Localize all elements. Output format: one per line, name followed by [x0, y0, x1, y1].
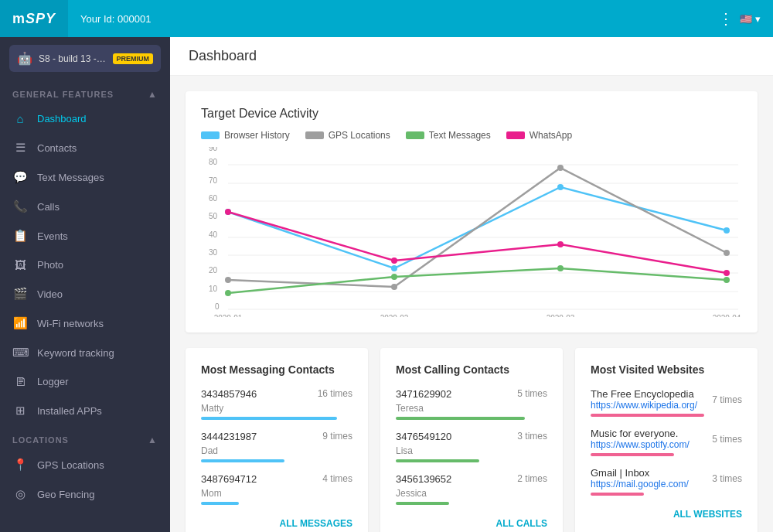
contact-bar-3 [201, 502, 239, 505]
sidebar-item-contacts[interactable]: ☰ Contacts [0, 133, 170, 162]
website-url-3[interactable]: https://mail.google.com/ [591, 479, 689, 489]
main-layout: 🤖 S8 - build 13 - 5.... PREMIUM GENERAL … [0, 37, 773, 532]
all-calls-link[interactable]: ALL CALLS [396, 516, 547, 530]
legend-texts-color [406, 131, 424, 139]
sidebar-item-wifi[interactable]: 📶 Wi-Fi networks [0, 309, 170, 338]
contact-number-2: 3444231987 [201, 431, 257, 442]
content-area: Dashboard Target Device Activity Browser… [170, 37, 773, 532]
call-entry-1: 3471629902 5 times Teresa [396, 388, 547, 420]
websites-card: Most Visited Websites The Free Encyclope… [575, 348, 758, 532]
chevron-down-icon: ▾ [755, 13, 761, 25]
events-icon: 📋 [12, 229, 28, 243]
svg-text:70: 70 [209, 176, 218, 185]
contact-bar-1 [201, 417, 337, 420]
svg-text:2020-04: 2020-04 [713, 314, 741, 317]
legend-gps-color [305, 131, 324, 139]
svg-text:30: 30 [209, 248, 218, 257]
svg-point-29 [557, 165, 564, 171]
calling-title: Most Calling Contacts [396, 363, 547, 376]
svg-text:2020-03: 2020-03 [547, 314, 575, 317]
sidebar-item-dashboard[interactable]: ⌂ Dashboard [0, 104, 170, 133]
general-features-label: GENERAL FEATURES [12, 90, 114, 99]
locations-label: LOCATIONS [12, 435, 69, 445]
svg-point-30 [724, 250, 730, 256]
legend-gps-label: GPS Locations [329, 130, 390, 141]
svg-text:2020-01: 2020-01 [214, 314, 243, 317]
svg-text:10: 10 [209, 285, 218, 293]
contact-number-1: 3434857946 [201, 388, 257, 400]
keyword-icon: ⌨ [12, 346, 28, 360]
chevron-up-icon-2: ▲ [148, 435, 158, 445]
sidebar-item-photo[interactable]: 🖼 Photo [0, 251, 170, 279]
svg-text:2020-02: 2020-02 [380, 314, 409, 317]
all-messages-anchor[interactable]: ALL MESSAGES [280, 518, 352, 529]
contact-name-2: Dad [201, 445, 352, 456]
android-icon: 🤖 [17, 51, 32, 66]
all-calls-anchor[interactable]: ALL CALLS [496, 518, 547, 529]
legend-whatsapp: WhatsApp [506, 130, 572, 141]
contact-name-3: Mom [201, 488, 352, 499]
sidebar-item-gps[interactable]: 📍 GPS Locations [0, 450, 170, 479]
call-number-2: 3476549120 [396, 431, 451, 442]
website-title-1: The Free Encyclopedia [591, 388, 697, 400]
sidebar: 🤖 S8 - build 13 - 5.... PREMIUM GENERAL … [0, 37, 170, 532]
sidebar-item-calls[interactable]: 📞 Calls [0, 192, 170, 221]
all-websites-link[interactable]: ALL WEBSITES [591, 506, 742, 520]
website-url-2[interactable]: https://www.spotify.com/ [591, 439, 690, 450]
call-name-2: Lisa [396, 445, 547, 456]
call-number-1: 3471629902 [396, 388, 451, 400]
contact-entry-3: 3487694712 4 times Mom [201, 473, 352, 505]
svg-point-25 [557, 184, 564, 190]
calls-icon: 📞 [12, 200, 28, 213]
sidebar-label-logger: Logger [37, 376, 68, 387]
call-times-3: 2 times [517, 473, 547, 485]
video-icon: 🎬 [12, 287, 28, 301]
sidebar-label-keyword: Keyword tracking [37, 347, 114, 359]
legend-whatsapp-color [506, 131, 525, 139]
all-messages-link[interactable]: ALL MESSAGES [201, 516, 352, 530]
contacts-icon: ☰ [12, 141, 28, 155]
sidebar-item-geo[interactable]: ◎ Geo Fencing [0, 479, 170, 509]
premium-badge: PREMIUM [113, 53, 154, 64]
svg-text:60: 60 [209, 194, 218, 203]
chart-area: 0 10 20 30 40 50 60 70 80 90 [201, 147, 742, 317]
websites-title: Most Visited Websites [591, 363, 742, 376]
geo-icon: ◎ [12, 487, 28, 501]
sidebar-item-text-messages[interactable]: 💬 Text Messages [0, 162, 170, 192]
legend-texts-label: Text Messages [429, 130, 491, 141]
website-title-2: Music for everyone. [591, 428, 690, 439]
svg-point-34 [724, 277, 730, 283]
contact-entry-2: 3444231987 9 times Dad [201, 431, 352, 462]
logo: mSPY [0, 0, 68, 37]
content-header: Dashboard [170, 37, 773, 76]
svg-text:0: 0 [215, 302, 220, 311]
svg-point-37 [557, 241, 564, 247]
sidebar-item-keyword[interactable]: ⌨ Keyword tracking [0, 338, 170, 367]
website-url-1[interactable]: https://www.wikipedia.org/ [591, 400, 697, 411]
sidebar-item-events[interactable]: 📋 Events [0, 221, 170, 251]
svg-point-27 [225, 277, 231, 283]
more-options-icon[interactable]: ⋮ [718, 9, 734, 28]
topbar-right: ⋮ 🇺🇸 ▾ [718, 9, 773, 28]
call-name-3: Jessica [396, 488, 547, 499]
svg-point-26 [724, 227, 730, 234]
contact-entry-1: 3434857946 16 times Matty [201, 388, 352, 420]
flag-icon: 🇺🇸 [740, 13, 752, 25]
call-entry-2: 3476549120 3 times Lisa [396, 431, 547, 462]
website-bar-2 [591, 453, 674, 456]
photo-icon: 🖼 [12, 258, 28, 271]
website-entry-2: Music for everyone. https://www.spotify.… [591, 428, 742, 456]
language-selector[interactable]: 🇺🇸 ▾ [740, 13, 761, 25]
svg-text:20: 20 [209, 266, 218, 275]
sidebar-item-video[interactable]: 🎬 Video [0, 279, 170, 309]
svg-point-32 [391, 274, 397, 280]
contact-times-1: 16 times [318, 388, 352, 400]
logger-icon: 🖹 [12, 375, 28, 388]
calling-card: Most Calling Contacts 3471629902 5 times… [380, 348, 563, 532]
call-bar-3 [396, 502, 449, 505]
svg-text:40: 40 [209, 230, 218, 239]
sidebar-item-installed-apps[interactable]: ⊞ Installed APPs [0, 396, 170, 425]
all-websites-anchor[interactable]: ALL WEBSITES [673, 509, 742, 520]
sidebar-item-logger[interactable]: 🖹 Logger [0, 367, 170, 396]
contact-bar-2 [201, 459, 284, 462]
